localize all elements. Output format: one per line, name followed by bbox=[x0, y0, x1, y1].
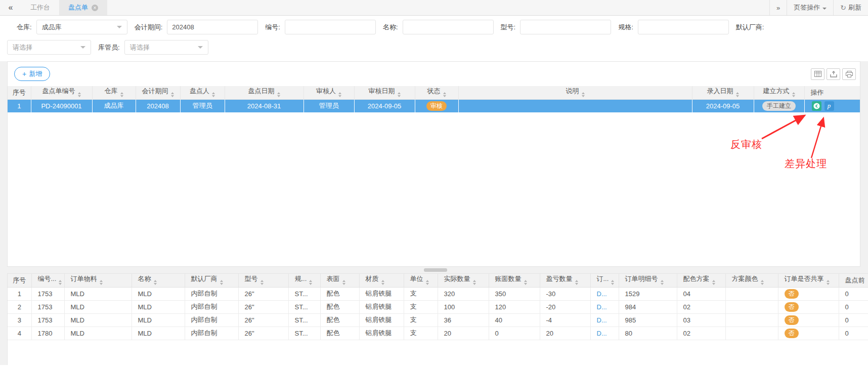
tab-operations-menu[interactable]: 页签操作 bbox=[787, 0, 833, 15]
collapse-left-icon[interactable]: « bbox=[0, 0, 21, 15]
column-header[interactable]: 说明 bbox=[458, 86, 692, 99]
column-header[interactable]: 方案颜色 bbox=[725, 274, 778, 287]
tab-inventory-sheet[interactable]: 盘点单 × bbox=[59, 0, 107, 15]
sort-icon[interactable] bbox=[611, 278, 614, 287]
sort-icon[interactable] bbox=[473, 278, 476, 287]
reverse-audit-button[interactable] bbox=[812, 101, 821, 111]
column-header[interactable]: 编号... bbox=[31, 274, 64, 287]
column-header[interactable]: 审核日期 bbox=[354, 86, 415, 99]
sort-icon[interactable] bbox=[575, 278, 578, 287]
tab-workbench[interactable]: 工作台 bbox=[21, 0, 59, 15]
sort-icon[interactable] bbox=[712, 278, 715, 287]
create-mode-badge: 手工建立 bbox=[762, 101, 796, 111]
column-header[interactable]: 盘点人 bbox=[180, 86, 225, 99]
sort-icon[interactable] bbox=[398, 91, 401, 99]
column-header[interactable]: 配色方案 bbox=[677, 274, 725, 287]
sort-icon[interactable] bbox=[582, 91, 585, 99]
column-header[interactable]: 盘点前 bbox=[839, 274, 868, 287]
column-header[interactable]: 实际数量 bbox=[438, 274, 489, 287]
keeper-select[interactable]: 请选择 bbox=[124, 40, 208, 55]
sort-icon[interactable] bbox=[309, 278, 312, 287]
warehouse-select[interactable]: 成品库 bbox=[36, 20, 127, 34]
column-header[interactable]: 材质 bbox=[359, 274, 404, 287]
table-row[interactable]: 1 1753 MLD MLD 内部自制 26" ST... 配色 铝肩铁腿 支 … bbox=[8, 287, 868, 300]
sort-icon[interactable] bbox=[78, 91, 81, 99]
sort-icon[interactable] bbox=[212, 91, 215, 99]
column-header[interactable]: 盘点单编号 bbox=[31, 86, 92, 99]
sort-icon[interactable] bbox=[100, 278, 103, 287]
sort-icon[interactable] bbox=[661, 278, 664, 287]
column-header[interactable]: 单位 bbox=[404, 274, 438, 287]
sort-icon[interactable] bbox=[171, 91, 174, 99]
horizontal-scrollbar-thumb[interactable] bbox=[424, 268, 447, 272]
column-header[interactable]: 建立方式 bbox=[754, 86, 804, 99]
column-header[interactable]: 序号 bbox=[8, 274, 31, 287]
add-button[interactable]: + 新增 bbox=[14, 67, 50, 81]
sort-icon[interactable] bbox=[342, 278, 345, 287]
column-header[interactable]: 订单明细号 bbox=[619, 274, 677, 287]
sort-icon[interactable] bbox=[154, 278, 157, 287]
table-row[interactable]: 1 PD-24090001 成品库 202408 管理员 2024-08-31 … bbox=[8, 99, 860, 112]
sort-icon[interactable] bbox=[443, 91, 446, 99]
print-icon[interactable] bbox=[842, 68, 856, 80]
filter-row-1: 仓库: 成品库 会计期间: 编号: 名称: 型号: 规格: 默认厂商: bbox=[17, 20, 868, 34]
column-header[interactable]: 规... bbox=[288, 274, 320, 287]
sort-icon[interactable] bbox=[524, 278, 527, 287]
export-icon[interactable] bbox=[827, 68, 840, 80]
column-header[interactable]: 默认厂商 bbox=[185, 274, 238, 287]
sort-icon[interactable] bbox=[761, 278, 764, 287]
diff-handling-button[interactable]: p bbox=[824, 101, 834, 111]
table-row[interactable]: 4 1780 MLD MLD 内部自制 26" ST... 配色 铝肩铁腿 支 … bbox=[8, 327, 868, 340]
cell-vendor: 内部自制 bbox=[185, 287, 238, 300]
column-header[interactable]: 状态 bbox=[415, 86, 458, 99]
sort-icon[interactable] bbox=[792, 91, 795, 99]
column-settings-icon[interactable] bbox=[811, 68, 824, 80]
column-header[interactable]: 订单是否共享 bbox=[778, 274, 839, 287]
column-header[interactable]: 会计期间 bbox=[136, 86, 180, 99]
spec-input[interactable] bbox=[638, 20, 729, 34]
column-header[interactable]: 序号 bbox=[8, 86, 31, 99]
cell-order-link[interactable]: D... bbox=[590, 327, 619, 340]
code-input[interactable] bbox=[285, 20, 376, 34]
cell-scheme-color bbox=[725, 287, 778, 300]
column-header[interactable]: 操作 bbox=[804, 86, 860, 99]
cell-before-count: 0 bbox=[839, 287, 868, 300]
sort-icon[interactable] bbox=[827, 278, 830, 287]
column-header[interactable]: 订单物料 bbox=[64, 274, 132, 287]
name-input[interactable] bbox=[403, 20, 494, 34]
extra-select[interactable]: 请选择 bbox=[7, 40, 91, 55]
close-icon[interactable]: × bbox=[92, 5, 98, 11]
refresh-button[interactable]: ↻ 刷新 bbox=[833, 0, 868, 15]
table-row[interactable]: 2 1753 MLD MLD 内部自制 26" ST... 配色 铝肩铁腿 支 … bbox=[8, 300, 868, 313]
cell-order-link[interactable]: D... bbox=[590, 287, 619, 300]
collapse-right-icon[interactable]: » bbox=[769, 0, 787, 15]
sort-icon[interactable] bbox=[381, 278, 384, 287]
warehouse-label: 仓库: bbox=[17, 23, 32, 32]
model-input[interactable] bbox=[520, 20, 611, 34]
column-header[interactable]: 表面 bbox=[320, 274, 359, 287]
sort-icon[interactable] bbox=[120, 91, 123, 99]
column-header[interactable]: 账面数量 bbox=[489, 274, 540, 287]
column-header[interactable]: 型号 bbox=[238, 274, 288, 287]
column-header[interactable]: 订... bbox=[590, 274, 619, 287]
sort-icon[interactable] bbox=[277, 91, 280, 99]
column-header[interactable]: 仓库 bbox=[92, 86, 136, 99]
column-header[interactable]: 盈亏数量 bbox=[540, 274, 590, 287]
period-input[interactable] bbox=[167, 20, 258, 34]
column-header[interactable]: 录入日期 bbox=[692, 86, 754, 99]
annotation-arrows bbox=[744, 110, 845, 160]
sort-icon[interactable] bbox=[338, 91, 341, 99]
cell-order-link[interactable]: D... bbox=[590, 300, 619, 313]
table-row[interactable]: 3 1753 MLD MLD 内部自制 26" ST... 配色 铝肩铁腿 支 … bbox=[8, 313, 868, 327]
sort-icon[interactable] bbox=[736, 91, 739, 99]
column-header[interactable]: 审核人 bbox=[303, 86, 354, 99]
sort-icon[interactable] bbox=[426, 278, 429, 287]
column-header[interactable]: 盘点日期 bbox=[225, 86, 303, 99]
tab-bar-right-controls: » 页签操作 ↻ 刷新 bbox=[769, 0, 868, 15]
cell-order-link[interactable]: D... bbox=[590, 313, 619, 327]
sort-icon[interactable] bbox=[220, 278, 223, 287]
sort-icon[interactable] bbox=[59, 278, 62, 287]
column-header[interactable]: 名称 bbox=[132, 274, 185, 287]
column-header-label: 录入日期 bbox=[707, 87, 733, 95]
sort-icon[interactable] bbox=[261, 278, 264, 287]
